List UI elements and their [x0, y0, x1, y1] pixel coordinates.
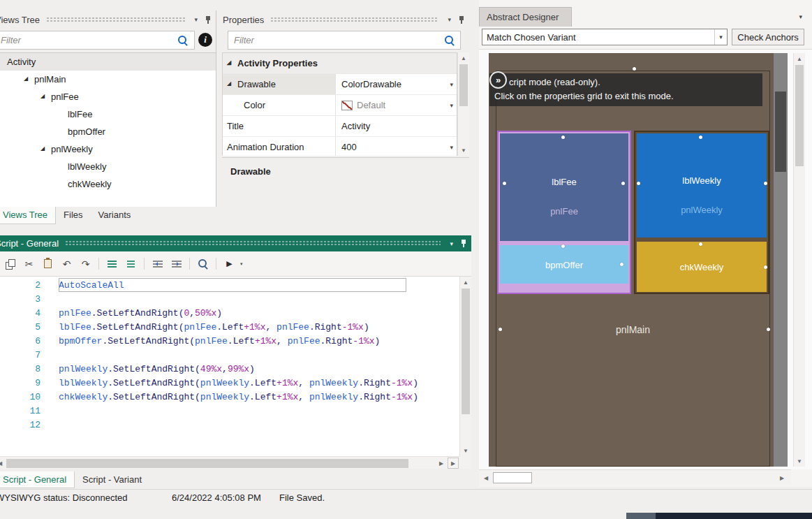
- splitter-button[interactable]: ▶: [448, 458, 459, 469]
- tree-expand-icon[interactable]: ◢: [40, 145, 51, 152]
- tree-item-bpmoffer[interactable]: bpmOffer: [0, 123, 216, 140]
- scrollbar-thumb[interactable]: [493, 472, 532, 483]
- search-icon[interactable]: [177, 35, 189, 46]
- tab-variants[interactable]: Variants: [91, 207, 139, 224]
- designer-vertical-scrollbar[interactable]: ▲ ▼: [793, 53, 805, 467]
- views-tree-list[interactable]: Activity◢pnlMain◢pnlFeelblFeebpmOffer◢pn…: [0, 52, 216, 207]
- property-value[interactable]: ColorDrawable▾: [336, 74, 457, 94]
- search-icon[interactable]: [444, 35, 455, 46]
- property-grid-scrollbar[interactable]: ▲ ▼: [457, 52, 469, 156]
- views-filter-input[interactable]: [0, 31, 195, 50]
- tree-expand-icon[interactable]: ◢: [40, 93, 51, 99]
- view-pnlfee[interactable]: lblFee pnlFee bpmOffer: [497, 131, 631, 294]
- code-line-6[interactable]: 6bpmOffer.SetLeftAndRight(pnlFee.Left+1%…: [0, 334, 459, 348]
- tree-item-pnlmain[interactable]: ◢pnlMain: [0, 71, 216, 88]
- view-lblweekly[interactable]: lblWeekly pnlWeekly: [637, 133, 767, 237]
- expand-icon[interactable]: ◢: [227, 80, 237, 87]
- scroll-up-icon[interactable]: ▲: [794, 53, 805, 64]
- view-lblfee[interactable]: lblFee pnlFee: [500, 133, 628, 241]
- anchor-dot[interactable]: [633, 67, 636, 71]
- code-line-2[interactable]: 2AutoScaleAll: [0, 278, 459, 292]
- properties-filter-input[interactable]: [228, 31, 461, 50]
- code-line-11[interactable]: 11: [0, 404, 459, 418]
- canvas-scrollbar[interactable]: [774, 53, 788, 467]
- cut-button[interactable]: ✂: [20, 255, 38, 272]
- property-value[interactable]: Default▾: [336, 95, 457, 115]
- code-line-8[interactable]: 8pnlWeekly.SetLeftAndRight(49%x,99%x): [0, 362, 459, 376]
- view-pnlweekly[interactable]: lblWeekly pnlWeekly chkWeekly: [634, 131, 769, 294]
- tree-item-activity[interactable]: Activity: [0, 53, 216, 71]
- pin-icon[interactable]: [458, 15, 465, 24]
- drag-grip[interactable]: [270, 17, 438, 23]
- scroll-left-icon[interactable]: ◀: [0, 458, 6, 469]
- drag-grip[interactable]: [46, 17, 185, 23]
- editor-horizontal-scrollbar[interactable]: ◀ ▶ ▶: [0, 456, 459, 469]
- anchor-dot[interactable]: [699, 136, 702, 139]
- tab-abstract-designer[interactable]: Abstract Designer: [479, 7, 572, 27]
- check-anchors-button[interactable]: Check Anchors: [732, 29, 804, 45]
- property-value[interactable]: 400▾: [336, 137, 457, 156]
- property-value[interactable]: Activity: [336, 116, 457, 136]
- tree-item-lblweekly[interactable]: lblWeekly: [0, 158, 216, 175]
- scroll-up-icon[interactable]: ▲: [458, 52, 469, 64]
- anchor-dot[interactable]: [764, 265, 767, 269]
- tree-item-chkweekly[interactable]: chkWeekly: [0, 175, 216, 193]
- undo-button[interactable]: ↶: [58, 255, 75, 272]
- anchor-dot[interactable]: [561, 244, 565, 248]
- designer-horizontal-scrollbar[interactable]: ◀ ▶: [479, 469, 791, 485]
- pin-icon[interactable]: [460, 239, 467, 248]
- drag-grip[interactable]: [65, 240, 441, 247]
- dropdown-arrow-icon[interactable]: ▾: [450, 144, 453, 151]
- scrollbar-thumb[interactable]: [462, 288, 470, 414]
- anchor-dot[interactable]: [637, 182, 640, 185]
- design-canvas[interactable]: pnlMain lblFee pnlFee bpmOffer lblWeekly…: [489, 53, 774, 467]
- scrollbar-thumb[interactable]: [795, 65, 804, 166]
- tab-files[interactable]: Files: [56, 207, 90, 224]
- scroll-down-icon[interactable]: ▼: [460, 445, 471, 456]
- property-row-activity-properties[interactable]: ◢Activity Properties: [223, 53, 457, 74]
- chevron-down-icon[interactable]: ▾: [191, 16, 200, 23]
- tab-script-general[interactable]: Script - General: [0, 472, 75, 488]
- chevron-down-icon[interactable]: ▾: [799, 13, 802, 20]
- property-row-color[interactable]: ColorDefault▾: [223, 95, 457, 116]
- paste-button[interactable]: [39, 255, 57, 272]
- run-options-dropdown[interactable]: ▾: [240, 261, 243, 267]
- scroll-right-icon[interactable]: ▶: [776, 472, 788, 483]
- comment-button[interactable]: [122, 255, 140, 272]
- chevron-down-icon[interactable]: ▾: [447, 240, 456, 247]
- chevron-down-icon[interactable]: ▾: [714, 29, 727, 45]
- tree-item-pnlfee[interactable]: ◢pnlFee: [0, 88, 216, 105]
- property-row-animation-duration[interactable]: Animation Duration400▾: [223, 137, 457, 156]
- expand-icon[interactable]: ◢: [227, 59, 237, 66]
- scroll-up-icon[interactable]: ▲: [460, 277, 471, 288]
- code-line-12[interactable]: 12: [0, 418, 459, 432]
- tree-item-pnlweekly[interactable]: ◢pnlWeekly: [0, 140, 216, 158]
- indent-button[interactable]: [168, 255, 185, 272]
- info-icon[interactable]: i: [198, 33, 212, 47]
- search-button[interactable]: [194, 255, 212, 272]
- tree-item-lblfee[interactable]: lblFee: [0, 105, 216, 123]
- anchor-dot[interactable]: [503, 182, 506, 185]
- anchor-dot[interactable]: [620, 263, 623, 266]
- scroll-right-icon[interactable]: ▶: [436, 458, 447, 469]
- pin-icon[interactable]: [205, 15, 212, 24]
- scroll-left-icon[interactable]: ◀: [480, 472, 492, 483]
- scroll-down-icon[interactable]: ▼: [458, 145, 469, 156]
- outdent-button[interactable]: [149, 255, 166, 272]
- scrollbar-thumb[interactable]: [459, 64, 468, 106]
- format-code-button[interactable]: [103, 255, 121, 272]
- dropdown-arrow-icon[interactable]: ▾: [450, 102, 453, 109]
- code-line-7[interactable]: 7: [0, 348, 459, 362]
- view-chkweekly[interactable]: chkWeekly: [637, 242, 767, 292]
- code-line-10[interactable]: 10chkWeekly.SetLeftAndRight(pnlWeekly.Le…: [0, 390, 459, 404]
- expand-overlay-button[interactable]: »: [489, 71, 507, 89]
- property-grid[interactable]: ◢Activity Properties◢DrawableColorDrawab…: [222, 52, 457, 156]
- anchor-dot[interactable]: [561, 136, 565, 139]
- chevron-down-icon[interactable]: ▾: [445, 16, 454, 23]
- property-row-title[interactable]: TitleActivity: [223, 116, 457, 137]
- anchor-dot[interactable]: [621, 182, 625, 185]
- code-editor[interactable]: 2AutoScaleAll34pnlFee.SetLeftAndRight(0,…: [0, 277, 459, 456]
- scrollbar-thumb[interactable]: [775, 92, 786, 172]
- redo-button[interactable]: ↷: [77, 255, 94, 272]
- anchor-dot[interactable]: [499, 328, 502, 331]
